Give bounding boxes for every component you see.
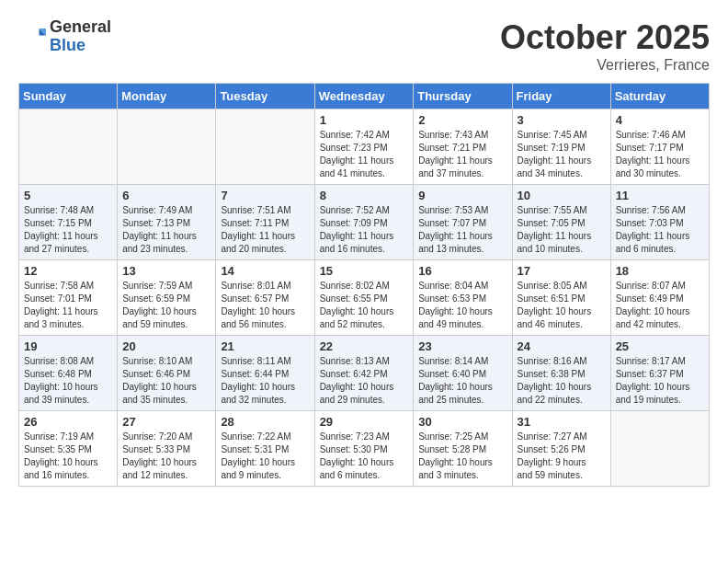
- calendar: SundayMondayTuesdayWednesdayThursdayFrid…: [18, 83, 710, 487]
- calendar-cell: 27Sunrise: 7:20 AM Sunset: 5:33 PM Dayli…: [118, 411, 216, 487]
- calendar-cell: 7Sunrise: 7:51 AM Sunset: 7:11 PM Daylig…: [216, 185, 314, 260]
- day-number: 25: [616, 339, 704, 353]
- calendar-cell: 20Sunrise: 8:10 AM Sunset: 6:46 PM Dayli…: [118, 336, 216, 411]
- weekday-header: Tuesday: [216, 84, 314, 109]
- calendar-cell: [118, 109, 216, 185]
- day-number: 30: [418, 415, 506, 429]
- day-info: Sunrise: 7:27 AM Sunset: 5:26 PM Dayligh…: [518, 431, 606, 482]
- calendar-week-row: 26Sunrise: 7:19 AM Sunset: 5:35 PM Dayli…: [19, 411, 710, 487]
- calendar-cell: [19, 109, 118, 185]
- calendar-cell: 14Sunrise: 8:01 AM Sunset: 6:57 PM Dayli…: [216, 260, 314, 336]
- calendar-cell: 4Sunrise: 7:46 AM Sunset: 7:17 PM Daylig…: [610, 109, 709, 185]
- weekday-header: Saturday: [610, 84, 709, 109]
- day-info: Sunrise: 7:49 AM Sunset: 7:13 PM Dayligh…: [122, 204, 210, 256]
- month-title: October 2025: [500, 18, 710, 57]
- day-info: Sunrise: 7:53 AM Sunset: 7:07 PM Dayligh…: [418, 204, 506, 256]
- title-section: October 2025 Verrieres, France: [500, 18, 710, 74]
- day-number: 1: [320, 113, 409, 127]
- day-info: Sunrise: 7:56 AM Sunset: 7:03 PM Dayligh…: [616, 204, 704, 256]
- day-info: Sunrise: 8:17 AM Sunset: 6:37 PM Dayligh…: [616, 355, 704, 407]
- day-number: 14: [221, 264, 309, 278]
- calendar-week-row: 1Sunrise: 7:42 AM Sunset: 7:23 PM Daylig…: [19, 109, 710, 185]
- day-number: 10: [518, 189, 606, 202]
- calendar-cell: 3Sunrise: 7:45 AM Sunset: 7:19 PM Daylig…: [512, 109, 610, 185]
- day-info: Sunrise: 7:51 AM Sunset: 7:11 PM Dayligh…: [221, 204, 309, 256]
- day-number: 2: [418, 113, 506, 127]
- day-number: 29: [320, 415, 409, 429]
- day-number: 23: [418, 339, 506, 353]
- day-number: 21: [221, 339, 309, 353]
- day-info: Sunrise: 8:11 AM Sunset: 6:44 PM Dayligh…: [221, 355, 309, 407]
- calendar-cell: 10Sunrise: 7:55 AM Sunset: 7:05 PM Dayli…: [512, 185, 610, 260]
- day-info: Sunrise: 8:05 AM Sunset: 6:51 PM Dayligh…: [518, 280, 606, 331]
- day-number: 27: [122, 415, 210, 429]
- calendar-cell: 2Sunrise: 7:43 AM Sunset: 7:21 PM Daylig…: [414, 109, 512, 185]
- calendar-week-row: 5Sunrise: 7:48 AM Sunset: 7:15 PM Daylig…: [19, 185, 710, 260]
- calendar-cell: 9Sunrise: 7:53 AM Sunset: 7:07 PM Daylig…: [414, 185, 512, 260]
- calendar-cell: 22Sunrise: 8:13 AM Sunset: 6:42 PM Dayli…: [314, 336, 414, 411]
- day-number: 5: [24, 189, 112, 202]
- logo-icon: [18, 23, 46, 51]
- logo-text: General Blue: [50, 18, 111, 55]
- day-info: Sunrise: 7:23 AM Sunset: 5:30 PM Dayligh…: [320, 431, 409, 482]
- calendar-cell: 23Sunrise: 8:14 AM Sunset: 6:40 PM Dayli…: [414, 336, 512, 411]
- day-number: 6: [122, 189, 210, 202]
- calendar-cell: [610, 411, 709, 487]
- day-info: Sunrise: 8:10 AM Sunset: 6:46 PM Dayligh…: [122, 355, 210, 407]
- day-info: Sunrise: 7:42 AM Sunset: 7:23 PM Dayligh…: [320, 129, 409, 180]
- calendar-cell: 31Sunrise: 7:27 AM Sunset: 5:26 PM Dayli…: [512, 411, 610, 487]
- day-info: Sunrise: 8:14 AM Sunset: 6:40 PM Dayligh…: [418, 355, 506, 407]
- calendar-cell: 13Sunrise: 7:59 AM Sunset: 6:59 PM Dayli…: [118, 260, 216, 336]
- day-number: 12: [24, 264, 112, 278]
- calendar-cell: 26Sunrise: 7:19 AM Sunset: 5:35 PM Dayli…: [19, 411, 118, 487]
- day-number: 7: [221, 189, 309, 202]
- calendar-cell: [216, 109, 314, 185]
- weekday-header: Monday: [118, 84, 216, 109]
- calendar-cell: 19Sunrise: 8:08 AM Sunset: 6:48 PM Dayli…: [19, 336, 118, 411]
- day-number: 20: [122, 339, 210, 353]
- calendar-cell: 30Sunrise: 7:25 AM Sunset: 5:28 PM Dayli…: [414, 411, 512, 487]
- calendar-week-row: 19Sunrise: 8:08 AM Sunset: 6:48 PM Dayli…: [19, 336, 710, 411]
- day-number: 24: [518, 339, 606, 353]
- calendar-cell: 1Sunrise: 7:42 AM Sunset: 7:23 PM Daylig…: [314, 109, 414, 185]
- calendar-cell: 29Sunrise: 7:23 AM Sunset: 5:30 PM Dayli…: [314, 411, 414, 487]
- day-number: 4: [616, 113, 704, 127]
- day-info: Sunrise: 7:46 AM Sunset: 7:17 PM Dayligh…: [616, 129, 704, 180]
- day-info: Sunrise: 8:02 AM Sunset: 6:55 PM Dayligh…: [320, 280, 409, 331]
- day-number: 13: [122, 264, 210, 278]
- day-number: 19: [24, 339, 112, 353]
- day-number: 18: [616, 264, 704, 278]
- calendar-cell: 28Sunrise: 7:22 AM Sunset: 5:31 PM Dayli…: [216, 411, 314, 487]
- day-number: 22: [320, 339, 409, 353]
- logo: General Blue: [18, 18, 111, 55]
- page-header: General Blue October 2025 Verrieres, Fra…: [18, 18, 710, 74]
- calendar-cell: 5Sunrise: 7:48 AM Sunset: 7:15 PM Daylig…: [19, 185, 118, 260]
- calendar-cell: 18Sunrise: 8:07 AM Sunset: 6:49 PM Dayli…: [610, 260, 709, 336]
- weekday-header: Friday: [512, 84, 610, 109]
- day-number: 3: [518, 113, 606, 127]
- weekday-header: Wednesday: [314, 84, 414, 109]
- logo-blue: Blue: [50, 37, 111, 55]
- day-info: Sunrise: 7:20 AM Sunset: 5:33 PM Dayligh…: [122, 431, 210, 482]
- calendar-cell: 8Sunrise: 7:52 AM Sunset: 7:09 PM Daylig…: [314, 185, 414, 260]
- day-number: 8: [320, 189, 409, 202]
- calendar-cell: 11Sunrise: 7:56 AM Sunset: 7:03 PM Dayli…: [610, 185, 709, 260]
- day-number: 15: [320, 264, 409, 278]
- calendar-cell: 16Sunrise: 8:04 AM Sunset: 6:53 PM Dayli…: [414, 260, 512, 336]
- day-info: Sunrise: 7:58 AM Sunset: 7:01 PM Dayligh…: [24, 280, 112, 331]
- day-info: Sunrise: 8:07 AM Sunset: 6:49 PM Dayligh…: [616, 280, 704, 331]
- day-number: 26: [24, 415, 112, 429]
- calendar-week-row: 12Sunrise: 7:58 AM Sunset: 7:01 PM Dayli…: [19, 260, 710, 336]
- day-info: Sunrise: 7:55 AM Sunset: 7:05 PM Dayligh…: [518, 204, 606, 256]
- weekday-header: Sunday: [19, 84, 118, 109]
- logo-general: General: [50, 18, 111, 37]
- calendar-cell: 25Sunrise: 8:17 AM Sunset: 6:37 PM Dayli…: [610, 336, 709, 411]
- day-info: Sunrise: 8:08 AM Sunset: 6:48 PM Dayligh…: [24, 355, 112, 407]
- day-number: 17: [518, 264, 606, 278]
- day-number: 16: [418, 264, 506, 278]
- weekday-header-row: SundayMondayTuesdayWednesdayThursdayFrid…: [19, 84, 710, 109]
- calendar-cell: 24Sunrise: 8:16 AM Sunset: 6:38 PM Dayli…: [512, 336, 610, 411]
- day-number: 9: [418, 189, 506, 202]
- day-number: 28: [221, 415, 309, 429]
- day-number: 11: [616, 189, 704, 202]
